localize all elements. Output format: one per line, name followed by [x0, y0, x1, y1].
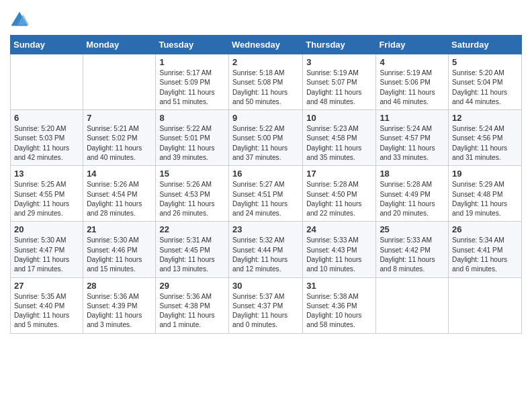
day-number: 6: [14, 113, 79, 123]
calendar-cell: 15Sunrise: 5:26 AM Sunset: 4:53 PM Dayli…: [156, 166, 229, 222]
day-info: Sunrise: 5:24 AM Sunset: 4:56 PM Dayligh…: [452, 124, 518, 163]
day-info: Sunrise: 5:17 AM Sunset: 5:09 PM Dayligh…: [159, 68, 225, 107]
day-info: Sunrise: 5:34 AM Sunset: 4:41 PM Dayligh…: [452, 236, 518, 274]
weekday-header-saturday: Saturday: [449, 36, 522, 54]
week-row-4: 20Sunrise: 5:30 AM Sunset: 4:47 PM Dayli…: [11, 222, 522, 277]
day-info: Sunrise: 5:25 AM Sunset: 4:55 PM Dayligh…: [14, 180, 79, 218]
day-info: Sunrise: 5:33 AM Sunset: 4:42 PM Dayligh…: [380, 236, 445, 274]
calendar-cell: 12Sunrise: 5:24 AM Sunset: 4:56 PM Dayli…: [449, 110, 522, 166]
day-number: 29: [159, 281, 225, 291]
day-number: 15: [159, 169, 225, 179]
logo-icon: [10, 11, 29, 30]
day-info: Sunrise: 5:20 AM Sunset: 5:03 PM Dayligh…: [14, 124, 79, 163]
day-info: Sunrise: 5:30 AM Sunset: 4:47 PM Dayligh…: [14, 236, 79, 274]
calendar-cell: 30Sunrise: 5:37 AM Sunset: 4:37 PM Dayli…: [229, 277, 303, 333]
day-info: Sunrise: 5:20 AM Sunset: 5:04 PM Dayligh…: [452, 68, 518, 107]
calendar-cell: 2Sunrise: 5:18 AM Sunset: 5:08 PM Daylig…: [229, 54, 303, 110]
calendar-cell: 4Sunrise: 5:19 AM Sunset: 5:06 PM Daylig…: [376, 54, 449, 110]
week-row-2: 6Sunrise: 5:20 AM Sunset: 5:03 PM Daylig…: [11, 110, 522, 166]
calendar-cell: 9Sunrise: 5:22 AM Sunset: 5:00 PM Daylig…: [229, 110, 303, 166]
day-number: 20: [14, 224, 79, 234]
day-number: 10: [306, 113, 372, 123]
calendar-cell: [449, 277, 522, 333]
calendar-cell: [11, 54, 83, 110]
day-number: 13: [14, 169, 79, 179]
calendar-cell: 3Sunrise: 5:19 AM Sunset: 5:07 PM Daylig…: [303, 54, 376, 110]
day-number: 23: [232, 224, 299, 234]
day-info: Sunrise: 5:21 AM Sunset: 5:02 PM Dayligh…: [87, 124, 152, 163]
week-row-3: 13Sunrise: 5:25 AM Sunset: 4:55 PM Dayli…: [11, 166, 522, 222]
weekday-header-thursday: Thursday: [303, 36, 376, 54]
day-info: Sunrise: 5:38 AM Sunset: 4:36 PM Dayligh…: [306, 292, 372, 330]
weekday-header-friday: Friday: [376, 36, 449, 54]
calendar-cell: 28Sunrise: 5:36 AM Sunset: 4:39 PM Dayli…: [83, 277, 156, 333]
day-info: Sunrise: 5:35 AM Sunset: 4:40 PM Dayligh…: [14, 292, 79, 330]
calendar-cell: 13Sunrise: 5:25 AM Sunset: 4:55 PM Dayli…: [11, 166, 83, 222]
calendar-cell: 20Sunrise: 5:30 AM Sunset: 4:47 PM Dayli…: [11, 222, 83, 277]
calendar-cell: 16Sunrise: 5:27 AM Sunset: 4:51 PM Dayli…: [229, 166, 303, 222]
calendar-cell: 25Sunrise: 5:33 AM Sunset: 4:42 PM Dayli…: [376, 222, 449, 277]
day-info: Sunrise: 5:18 AM Sunset: 5:08 PM Dayligh…: [232, 68, 299, 107]
calendar-cell: 18Sunrise: 5:28 AM Sunset: 4:49 PM Dayli…: [376, 166, 449, 222]
weekday-header-row: SundayMondayTuesdayWednesdayThursdayFrid…: [11, 36, 522, 54]
calendar-cell: 1Sunrise: 5:17 AM Sunset: 5:09 PM Daylig…: [156, 54, 229, 110]
week-row-5: 27Sunrise: 5:35 AM Sunset: 4:40 PM Dayli…: [11, 277, 522, 333]
day-number: 31: [306, 281, 372, 291]
weekday-header-wednesday: Wednesday: [229, 36, 303, 54]
week-row-1: 1Sunrise: 5:17 AM Sunset: 5:09 PM Daylig…: [11, 54, 522, 110]
day-number: 14: [87, 169, 152, 179]
day-info: Sunrise: 5:28 AM Sunset: 4:50 PM Dayligh…: [306, 180, 372, 218]
calendar-cell: 8Sunrise: 5:22 AM Sunset: 5:01 PM Daylig…: [156, 110, 229, 166]
day-info: Sunrise: 5:19 AM Sunset: 5:06 PM Dayligh…: [380, 68, 445, 107]
day-info: Sunrise: 5:24 AM Sunset: 4:57 PM Dayligh…: [380, 124, 445, 163]
day-info: Sunrise: 5:19 AM Sunset: 5:07 PM Dayligh…: [306, 68, 372, 107]
calendar-cell: 17Sunrise: 5:28 AM Sunset: 4:50 PM Dayli…: [303, 166, 376, 222]
calendar-cell: 24Sunrise: 5:33 AM Sunset: 4:43 PM Dayli…: [303, 222, 376, 277]
day-number: 1: [159, 57, 225, 67]
day-number: 22: [159, 224, 225, 234]
calendar-cell: [376, 277, 449, 333]
day-number: 2: [232, 57, 299, 67]
day-info: Sunrise: 5:22 AM Sunset: 5:01 PM Dayligh…: [159, 124, 225, 163]
day-number: 24: [306, 224, 372, 234]
weekday-header-sunday: Sunday: [11, 36, 83, 54]
day-number: 27: [14, 281, 79, 291]
day-number: 25: [380, 224, 445, 234]
calendar-cell: 5Sunrise: 5:20 AM Sunset: 5:04 PM Daylig…: [449, 54, 522, 110]
calendar-cell: [83, 54, 156, 110]
day-number: 7: [87, 113, 152, 123]
day-number: 30: [232, 281, 299, 291]
day-info: Sunrise: 5:26 AM Sunset: 4:53 PM Dayligh…: [159, 180, 225, 218]
day-info: Sunrise: 5:33 AM Sunset: 4:43 PM Dayligh…: [306, 236, 372, 274]
calendar-cell: 29Sunrise: 5:36 AM Sunset: 4:38 PM Dayli…: [156, 277, 229, 333]
day-number: 16: [232, 169, 299, 179]
day-number: 5: [452, 57, 518, 67]
weekday-header-monday: Monday: [83, 36, 156, 54]
day-number: 11: [380, 113, 445, 123]
day-info: Sunrise: 5:32 AM Sunset: 4:44 PM Dayligh…: [232, 236, 299, 274]
day-info: Sunrise: 5:28 AM Sunset: 4:49 PM Dayligh…: [380, 180, 445, 218]
day-info: Sunrise: 5:37 AM Sunset: 4:37 PM Dayligh…: [232, 292, 299, 330]
day-info: Sunrise: 5:27 AM Sunset: 4:51 PM Dayligh…: [232, 180, 299, 218]
day-number: 19: [452, 169, 518, 179]
calendar-cell: 31Sunrise: 5:38 AM Sunset: 4:36 PM Dayli…: [303, 277, 376, 333]
day-number: 18: [380, 169, 445, 179]
calendar-cell: 27Sunrise: 5:35 AM Sunset: 4:40 PM Dayli…: [11, 277, 83, 333]
calendar-cell: 26Sunrise: 5:34 AM Sunset: 4:41 PM Dayli…: [449, 222, 522, 277]
logo: [10, 11, 30, 30]
calendar-cell: 7Sunrise: 5:21 AM Sunset: 5:02 PM Daylig…: [83, 110, 156, 166]
calendar-cell: 19Sunrise: 5:29 AM Sunset: 4:48 PM Dayli…: [449, 166, 522, 222]
day-info: Sunrise: 5:36 AM Sunset: 4:38 PM Dayligh…: [159, 292, 225, 330]
day-number: 28: [87, 281, 152, 291]
calendar-cell: 22Sunrise: 5:31 AM Sunset: 4:45 PM Dayli…: [156, 222, 229, 277]
calendar-cell: 23Sunrise: 5:32 AM Sunset: 4:44 PM Dayli…: [229, 222, 303, 277]
calendar-cell: 6Sunrise: 5:20 AM Sunset: 5:03 PM Daylig…: [11, 110, 83, 166]
day-number: 12: [452, 113, 518, 123]
day-info: Sunrise: 5:31 AM Sunset: 4:45 PM Dayligh…: [159, 236, 225, 274]
calendar-table: SundayMondayTuesdayWednesdayThursdayFrid…: [10, 35, 522, 334]
day-info: Sunrise: 5:29 AM Sunset: 4:48 PM Dayligh…: [452, 180, 518, 218]
day-number: 21: [87, 224, 152, 234]
day-number: 17: [306, 169, 372, 179]
day-info: Sunrise: 5:30 AM Sunset: 4:46 PM Dayligh…: [87, 236, 152, 274]
page-header: [10, 7, 522, 30]
